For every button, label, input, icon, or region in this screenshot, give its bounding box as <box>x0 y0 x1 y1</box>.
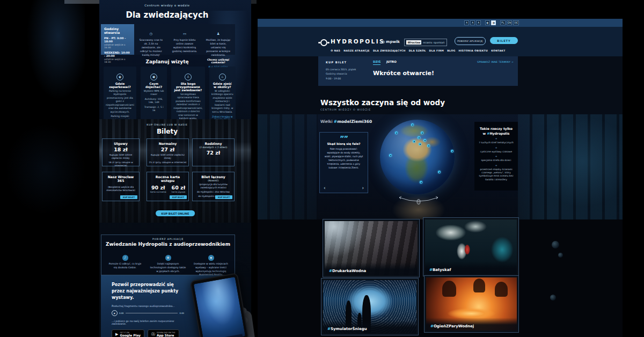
ticket-note: Kupując bilet online zapłacisz mniej: <box>149 153 187 160</box>
nav-item-dla-zwiedzajacych[interactable]: DLA ZWIEDZAJĄCYCH <box>373 49 406 52</box>
right-page-screenshot: A A A ◐ ◑ PL EN DE HYDROPOLIS ◍ mpwik Wr… <box>258 19 623 337</box>
visitor-silhouette <box>473 279 485 292</box>
language-en-button[interactable]: EN <box>507 20 513 25</box>
attraction-card-batyskaf[interactable]: #Batyskaf <box>423 217 519 276</box>
tab-today[interactable]: DZIŚ <box>373 60 380 65</box>
audioguide-title: Zwiedzanie Hydropolis z audioprzewodniki… <box>101 241 235 247</box>
weekday-hours: PN - PT: 9:00 - 18:00 <box>104 36 131 43</box>
earth-globe-model[interactable] <box>380 120 455 194</box>
map-pin-icon[interactable] <box>419 143 421 145</box>
carousel-next-icon[interactable]: › <box>362 185 364 191</box>
font-size-large-button[interactable]: A <box>476 20 481 25</box>
buy-ticket-button[interactable]: KUP BILET <box>170 195 187 199</box>
nav-item-kontakt[interactable]: KONTAKT <box>491 49 506 52</box>
attraction-card-ogien-z-pary[interactable]: #OgieńZParyWodnej <box>424 275 519 333</box>
tip-duration: ◷ Szacowany czas to ok. 2,5h na zwiedzan… <box>134 24 168 55</box>
quote-icon: ”” <box>324 136 364 141</box>
section-title: Wszystko zaczyna się od wody <box>320 98 445 107</box>
rotation-360-indicator <box>397 196 440 206</box>
map-pin-icon[interactable] <box>421 131 423 134</box>
ticket-option: do Hydropolis i Zoo Wrocław <box>194 191 232 194</box>
nav-item-historia-obiektu[interactable]: HISTORIA OBIEKTU <box>459 49 488 52</box>
nav-item-o-nas[interactable]: O NAS <box>331 49 340 52</box>
facts-title-line2: w #Hydropolis <box>478 131 515 136</box>
tickets-label: KUP ONLINE LUB W KASIE <box>99 123 235 126</box>
nav-item-blog[interactable]: BLOG <box>447 49 455 52</box>
attraction-card-drukarka-wodna[interactable]: #DrukarkaWodna <box>323 219 420 277</box>
map-pin-icon[interactable] <box>418 136 420 139</box>
tickets-section: KUP ONLINE LUB W KASIE Bilety Ulgowy 18 … <box>99 119 251 223</box>
fact-item: 7 suchych stref tematycznych <box>478 141 515 144</box>
language-pl-button[interactable]: PL <box>500 20 506 25</box>
ticket-card-annual: Roczna karta wstępu 90 zł karta normalna… <box>147 172 189 201</box>
language-de-button[interactable]: DE <box>513 20 519 25</box>
card-text: W odległości krótkiego spaceru znajdzies… <box>211 90 233 114</box>
map-pin-icon[interactable] <box>438 171 441 173</box>
time-elapsed: 0:00 <box>119 312 124 314</box>
promo-heading: Pozwól przeprowadzić się przez najważnie… <box>112 282 184 301</box>
contrast-light-button[interactable]: ◑ <box>491 20 496 25</box>
map-pin-icon[interactable] <box>423 139 426 142</box>
queue-person-icon: ♟ <box>217 32 220 36</box>
contrast-dark-button[interactable]: ◐ <box>485 20 490 25</box>
buy-ticket-button[interactable]: KUP BILET <box>215 195 232 199</box>
seek-bar[interactable] <box>126 313 178 313</box>
map-pin-icon[interactable] <box>395 131 398 134</box>
attraction-caption: #Batyskaf <box>425 261 517 274</box>
card-text: Autobusy: 106, 146, 149 <box>143 98 165 105</box>
accessibility-bar: A A A ◐ ◑ PL EN DE <box>258 19 623 27</box>
map-pin-icon[interactable] <box>389 154 392 157</box>
nav-item-dla-szkol[interactable]: DLA SZKÓŁ <box>409 49 426 52</box>
plus-separator: + <box>478 155 515 158</box>
ticket-icon: ▭ <box>183 32 186 36</box>
map-pin-icon[interactable] <box>413 140 415 143</box>
badge-big-text: Google Play <box>120 334 141 337</box>
parking-pin-icon: ◉ <box>116 74 123 80</box>
ticket-price-sub: karta normalna <box>150 191 166 193</box>
opening-hours-label: Godziny otwarcia <box>326 72 356 76</box>
nav-item-nasze-atrakcje[interactable]: NASZE ATRAKCJE <box>343 49 370 52</box>
attraction-card-symulator-sniegu[interactable]: #SymulatorŚniegu <box>321 278 419 335</box>
card-text: Wybierz MPK lub rower <box>143 90 165 97</box>
card-title: Gdzie zjeść w okolicy? <box>211 82 233 89</box>
tab-tomorrow[interactable]: JUTRO <box>386 60 397 63</box>
map-pin-icon[interactable] <box>411 123 414 126</box>
ticket-subtitle: (2 dorosłych + 2 dzieci) <box>194 146 232 149</box>
label-prefix: Wielki <box>320 119 334 124</box>
app-store-badge[interactable]: Ⓐ Download on the App Store <box>148 329 179 337</box>
apple-icon: Ⓐ <box>151 332 155 337</box>
tickets-button[interactable]: BILETY <box>490 37 518 44</box>
tickets-title: Bilety <box>99 128 235 135</box>
ticket-name: Bilet łączony <box>194 175 232 179</box>
ticket-price: 27 zł <box>149 146 187 152</box>
check-other-dates-link[interactable]: SPRAWDŹ INNE TERMINY > <box>477 61 514 63</box>
ticket-note: (propozycja dla turystów zwiedzających m… <box>194 183 232 189</box>
carousel-prev-icon[interactable]: ‹ <box>324 185 326 191</box>
font-size-medium-button[interactable]: A <box>470 20 475 25</box>
nav-item-dla-firm[interactable]: DLA FIRM <box>429 49 444 52</box>
ticket-card-nasz-wroclaw: Nasz Wrocław 365 (Bezpłatne wejście dla … <box>102 172 140 201</box>
section-subtitle: CENTRUM WIEDZY O WODZIE <box>320 108 371 111</box>
ticket-card-combined: Bilet łączony (Nowość) (propozycja dla t… <box>192 172 235 201</box>
page-title: Dla zwiedzających <box>99 10 235 20</box>
augmented-reality-icon: ◈ <box>208 255 214 261</box>
play-button[interactable]: ▶ <box>112 310 118 316</box>
hydropolis-logo-text[interactable]: HYDROPOLIS <box>331 38 385 45</box>
font-size-small-button[interactable]: A <box>464 20 469 25</box>
google-play-badge[interactable]: ▶ GET IT ON Google Play <box>112 329 144 337</box>
map-pin-icon[interactable] <box>420 181 422 184</box>
ticket-name: Nasz Wrocław 365 <box>104 175 137 182</box>
download-app-button[interactable]: POBIERZ APLIKACJĘ <box>455 37 486 45</box>
map-pin-icon[interactable] <box>427 144 430 147</box>
opening-hours-title: Godziny otwarcia <box>104 27 131 34</box>
audio-player: ▶ 0:00 0:00 <box>112 310 184 316</box>
ticket-name: Ulgowy <box>104 142 137 145</box>
audioguide-promo-section: Pozwól przeprowadzić się przez najważnie… <box>101 275 235 337</box>
mpwik-logo: ◍ mpwik <box>382 40 400 44</box>
download-app-label: POBIERZ APLIKACJĘ <box>101 238 235 240</box>
person-icon: ♙ <box>185 74 192 80</box>
wroclaw-city-badge: Wrocław miasto spotkań <box>404 39 447 46</box>
buy-ticket-button[interactable]: KUP BILET <box>120 195 137 199</box>
buy-ticket-online-cta[interactable]: KUP BILET ONLINE <box>156 210 195 216</box>
map-pin-icon[interactable] <box>451 150 453 152</box>
